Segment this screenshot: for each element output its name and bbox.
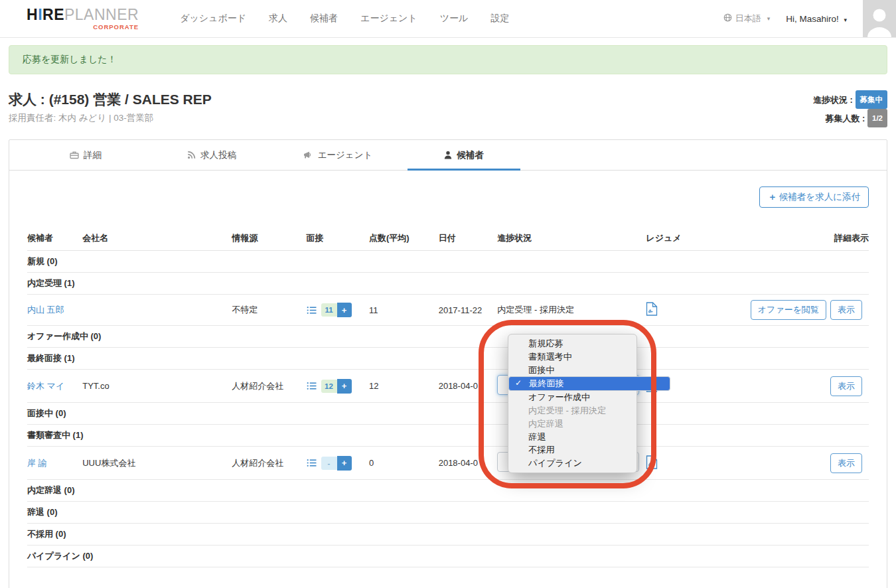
- column-header: 進捗状況: [497, 226, 646, 251]
- dropdown-option[interactable]: 新規応募: [508, 337, 636, 350]
- logo[interactable]: HIREPLANNER CORPORATE: [27, 7, 139, 31]
- stage-group-row: 新規 (0): [27, 251, 869, 273]
- header-right: 日本語 ▾ Hi, Masahiro! ▾: [723, 0, 896, 37]
- dropdown-option: 内定受理 - 採用決定: [508, 404, 636, 417]
- column-header: 候補者: [27, 226, 82, 251]
- stage-group-row: 書類審査中 (1): [27, 425, 869, 447]
- status-label: 進捗状況 :: [813, 95, 853, 105]
- column-header: 詳細表示: [747, 226, 869, 251]
- globe-icon: [723, 13, 732, 24]
- stage-group-label: 新規 (0): [27, 251, 869, 273]
- date-cell: 2017-11-22: [439, 295, 498, 326]
- panel-body: ＋候補者を求人に添付 候補者会社名情報源面接点数(平均)日付進捗状況レジュメ詳細…: [9, 186, 887, 588]
- company-cell: TYT.co: [82, 370, 232, 403]
- rss-icon: [187, 151, 196, 159]
- nav-item[interactable]: ダッシュボード: [180, 13, 246, 25]
- action-button[interactable]: 表示: [830, 376, 862, 396]
- actions-cell: オファーを閲覧表示: [747, 295, 869, 326]
- status-text: 内定受理 - 採用決定: [497, 305, 574, 315]
- resume-pdf-icon[interactable]: [646, 455, 658, 469]
- column-header: レジュメ: [646, 226, 746, 251]
- company-cell: UUU株式会社: [82, 447, 232, 480]
- resume-pdf-icon[interactable]: [646, 302, 658, 316]
- dropdown-option[interactable]: オファー作成中: [508, 391, 636, 404]
- stage-group-label: 辞退 (0): [27, 502, 869, 524]
- interview-list-icon[interactable]: [307, 382, 317, 390]
- stage-group-row: 面接中 (0): [27, 403, 869, 425]
- tab-label: 候補者: [457, 149, 484, 161]
- dropdown-option[interactable]: 面接中: [508, 364, 636, 377]
- action-button[interactable]: オファーを閲覧: [751, 300, 826, 320]
- dropdown-option[interactable]: 書類選考中: [508, 350, 636, 364]
- source-cell: 人材紹介会社: [232, 370, 306, 403]
- option-label: 辞退: [528, 432, 546, 442]
- job-subtitle: 採用責任者: 木内 みどり | 03-営業部: [9, 112, 212, 124]
- nav-item[interactable]: エージェント: [360, 13, 417, 25]
- dropdown-option[interactable]: パイプライン: [508, 457, 636, 470]
- candidate-name-link[interactable]: 岸 諭: [27, 458, 47, 468]
- tab[interactable]: 求人投稿: [155, 140, 268, 170]
- option-label: 内定受理 - 採用決定: [528, 405, 606, 415]
- status-badge: 募集中: [856, 90, 888, 109]
- status-cell: 内定受理 - 採用決定: [497, 295, 646, 326]
- stage-group-label: オファー作成中 (0): [27, 326, 869, 348]
- stage-group-label: 書類審査中 (1): [27, 425, 869, 447]
- nav-item[interactable]: ツール: [440, 13, 469, 25]
- nav-item[interactable]: 候補者: [310, 13, 338, 25]
- interview-count-badge: 11: [321, 303, 337, 317]
- nav-item[interactable]: 設定: [490, 13, 509, 25]
- interview-list-icon[interactable]: [307, 459, 317, 467]
- interview-list-icon[interactable]: [307, 306, 317, 315]
- stage-group-label: 最終面接 (1): [27, 348, 869, 370]
- option-label: 内定辞退: [528, 419, 563, 429]
- tab[interactable]: 候補者: [408, 140, 520, 170]
- status-dropdown-menu: 新規応募書類選考中面接中✓最終面接オファー作成中内定受理 - 採用決定内定辞退辞…: [508, 334, 637, 473]
- tab[interactable]: エージェント: [281, 140, 394, 170]
- job-badges: 進捗状況 : 募集中 募集人数 : 1/2: [813, 90, 887, 127]
- dropdown-option[interactable]: 不採用: [508, 443, 636, 457]
- date-cell: 2018-04-0: [439, 447, 498, 480]
- top-navbar: HIREPLANNER CORPORATE ダッシュボード求人候補者エージェント…: [0, 0, 896, 38]
- company-cell: [82, 295, 232, 326]
- score-cell: 11: [369, 295, 439, 326]
- user-menu[interactable]: Hi, Masahiro! ▾: [786, 14, 847, 24]
- stage-group-label: 内定辞退 (0): [27, 480, 869, 502]
- candidate-row: 内山 五郎 不特定 11 + 11 2017-11-22 内定受理 - 採用決定…: [27, 295, 869, 326]
- attach-candidate-button[interactable]: ＋候補者を求人に添付: [759, 186, 869, 208]
- option-label: 最終面接: [529, 378, 564, 388]
- headcount-badge: 1/2: [867, 109, 887, 127]
- stage-group-label: 内定受理 (1): [27, 273, 869, 295]
- stage-group-row: 内定辞退 (0): [27, 480, 869, 502]
- score-cell: 0: [369, 447, 439, 480]
- tab[interactable]: 詳細: [29, 140, 142, 170]
- source-cell: 不特定: [232, 295, 306, 326]
- option-label: 面接中: [528, 365, 555, 375]
- stage-group-row: 最終面接 (1): [27, 348, 869, 370]
- check-icon: ✓: [515, 377, 522, 390]
- dropdown-option[interactable]: 辞退: [508, 431, 636, 444]
- add-interview-button[interactable]: +: [337, 456, 352, 471]
- candidates-table: 候補者会社名情報源面接点数(平均)日付進捗状況レジュメ詳細表示 新規 (0) 内…: [27, 226, 869, 567]
- tab-label: 求人投稿: [200, 149, 236, 161]
- action-button[interactable]: 表示: [830, 453, 862, 473]
- candidate-name-link[interactable]: 内山 五郎: [27, 305, 64, 315]
- add-interview-button[interactable]: +: [337, 379, 352, 394]
- language-selector[interactable]: 日本語 ▾: [723, 13, 771, 25]
- dropdown-option[interactable]: ✓最終面接: [508, 376, 670, 391]
- source-cell: 人材紹介会社: [232, 447, 306, 480]
- column-header: 情報源: [232, 226, 306, 251]
- add-interview-button[interactable]: +: [337, 303, 352, 317]
- chevron-down-icon: ▾: [767, 15, 771, 22]
- action-button[interactable]: 表示: [830, 300, 862, 320]
- avatar[interactable]: [863, 0, 896, 37]
- interview-count-badge: 12: [321, 380, 337, 393]
- option-label: パイプライン: [528, 458, 582, 468]
- stage-group-row: 内定受理 (1): [27, 273, 869, 295]
- stage-group-label: 面接中 (0): [27, 403, 869, 425]
- actions-cell: 表示: [747, 447, 869, 480]
- dropdown-option: 内定辞退: [508, 417, 636, 431]
- nav-item[interactable]: 求人: [269, 13, 287, 25]
- candidate-name-link[interactable]: 鈴木 マイ: [27, 381, 64, 391]
- logo-corporate-label: CORPORATE: [27, 24, 139, 31]
- stage-group-row: 不採用 (0): [27, 524, 869, 546]
